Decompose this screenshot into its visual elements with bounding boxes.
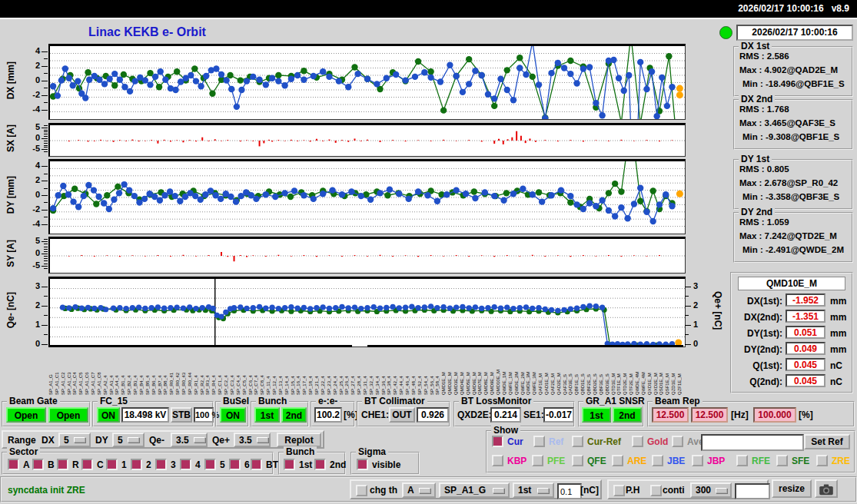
axis-tick xyxy=(44,258,48,259)
bunch-select-checkbox-2nd[interactable] xyxy=(314,459,326,470)
axis-tick-label: 1 xyxy=(20,320,40,329)
sector-checkbox-1[interactable] xyxy=(106,459,118,470)
bpm-select[interactable]: SP_A1_G xyxy=(439,482,510,498)
axis-tick-label: 2 xyxy=(20,300,40,310)
show-checkbox-rfe[interactable] xyxy=(736,455,748,466)
busel-on-button[interactable]: ON xyxy=(220,407,246,423)
sector-checkbox-b[interactable] xyxy=(32,459,44,470)
sector-checkbox-bt[interactable] xyxy=(251,459,262,470)
sector-checkbox-a[interactable] xyxy=(8,459,19,470)
replot-button[interactable]: Replot xyxy=(277,433,321,447)
show-label: QFE xyxy=(587,456,606,466)
ph-checkbox[interactable] xyxy=(613,485,625,496)
show-checkbox-jbp[interactable] xyxy=(692,455,703,466)
sector-checkbox-r[interactable] xyxy=(57,459,68,470)
show-checkbox-jbe[interactable] xyxy=(652,455,663,466)
bpm-label: SP_28_4 xyxy=(357,347,363,395)
beam-rep-value-3: 100.000 xyxy=(753,407,796,423)
monitor-row-unit: mm xyxy=(830,344,846,355)
range-dx-select[interactable]: 5 xyxy=(58,433,91,447)
show-checkbox-zre[interactable] xyxy=(816,455,828,466)
conti-input[interactable] xyxy=(735,483,770,499)
status-message: syncdata init ZRE xyxy=(8,485,85,496)
bpm-label: SP_A1_C1 xyxy=(55,347,61,395)
gr-2nd-button[interactable]: 2nd xyxy=(613,407,642,423)
show-label: JBP xyxy=(707,456,725,466)
bpm-label: QXD1E_M xyxy=(647,347,653,395)
bpm-label: SP_52_4 xyxy=(417,347,424,395)
sigma-checkbox-visible[interactable] xyxy=(357,459,368,470)
bpm-label: QBD2E_S xyxy=(593,347,599,395)
fc15-on-button[interactable]: ON xyxy=(97,407,120,423)
sector-checkbox-6[interactable] xyxy=(229,459,241,470)
conti-checkbox[interactable] xyxy=(650,485,662,496)
sector-checkbox-5[interactable] xyxy=(204,459,216,470)
monitor-row-unit: mm xyxy=(830,296,846,307)
dy-axis-title: DY [mm] xyxy=(3,159,18,231)
bunch-select-checkbox-1st[interactable] xyxy=(284,459,295,470)
sector-select[interactable]: A xyxy=(402,482,436,498)
show-checkbox-pfe[interactable] xyxy=(532,455,543,466)
range-qem-select[interactable]: 3.5 xyxy=(171,433,208,447)
interval-select[interactable]: 300 xyxy=(690,482,732,498)
range-panel: Range DX 5 DY 5 Qe- 3.5 Qe+ 3.5 Replot xyxy=(2,430,324,449)
stats-box-dx2: DX 2nd RMS : 1.768 Max : 3.465@QAF3E_S M… xyxy=(733,99,853,150)
show-checkbox-ave10[interactable] xyxy=(672,436,683,447)
axis-tick-label: 0 xyxy=(20,133,40,142)
range-qep-select[interactable]: 3.5 xyxy=(234,433,271,447)
show-checkbox-gold[interactable] xyxy=(632,436,643,447)
beam-rep-value-2: 12.500 xyxy=(691,407,728,423)
monitor-row-label: DY(1st): xyxy=(733,328,782,339)
bunch-1st-button[interactable]: 1st xyxy=(254,407,280,423)
range-dy-select[interactable]: 5 xyxy=(112,433,144,447)
bunch-2nd-button[interactable]: 2nd xyxy=(281,407,307,423)
show-label: JBE xyxy=(667,456,685,466)
bt-collimator-group: BT Collimator CHE1: OUT 0.926 xyxy=(357,401,450,427)
range-label: Range xyxy=(8,435,36,446)
show-checkbox-cur[interactable] xyxy=(492,436,503,447)
beam-gate-button-1[interactable]: Open xyxy=(6,407,46,423)
show-checkbox-sfe[interactable] xyxy=(776,455,788,466)
show-checkbox-qfe[interactable] xyxy=(572,455,583,466)
bpm-label: QMD3E_M xyxy=(453,347,460,395)
chg-th-checkbox[interactable] xyxy=(356,485,367,496)
sector-checkbox-4[interactable] xyxy=(180,459,191,470)
set-ref-input[interactable] xyxy=(701,434,804,451)
axis-tick xyxy=(42,306,48,307)
status-led xyxy=(719,26,732,39)
axis-tick xyxy=(42,325,48,326)
sigma-group: Sigma visible xyxy=(350,452,420,475)
axis-tick-label: 2 xyxy=(20,61,40,70)
axis-tick xyxy=(44,136,48,137)
resize-button[interactable]: resize xyxy=(772,479,812,498)
screenshot-button[interactable] xyxy=(815,479,838,498)
threshold-unit: [nC] xyxy=(580,485,599,496)
sector-checkbox-3[interactable] xyxy=(155,459,167,470)
sector-checkbox-2[interactable] xyxy=(131,459,142,470)
bpm-label: SP_14_4 xyxy=(284,347,291,395)
show-checkbox-curref[interactable] xyxy=(572,436,583,447)
sector-label: 1 xyxy=(121,459,127,470)
show-checkbox-ref[interactable] xyxy=(533,436,545,447)
axis-tick xyxy=(44,249,48,250)
sector-label: A xyxy=(23,459,30,470)
bpm-label: QMD9E_M xyxy=(490,347,496,395)
show-checkbox-kbp[interactable] xyxy=(492,455,503,466)
beam-gate-button-2[interactable]: Open xyxy=(48,407,88,423)
dx-axis-title: DX [mm] xyxy=(3,44,18,117)
set-ref-button[interactable]: Set Ref xyxy=(804,434,850,449)
axis-tick xyxy=(685,344,691,345)
bpm-label: SP_B6_4 xyxy=(151,347,158,395)
threshold-input[interactable] xyxy=(557,483,582,499)
axis-tick-label: 3 xyxy=(20,281,40,290)
sector-checkbox-c[interactable] xyxy=(81,459,93,470)
axis-tick xyxy=(44,147,48,148)
fc15-stb-indicator: STB xyxy=(171,407,192,423)
bpm-label: SP_22_4 xyxy=(321,347,327,395)
show-checkbox-are[interactable] xyxy=(612,455,623,466)
bunch-select[interactable]: 1st xyxy=(513,482,554,498)
axis-tick xyxy=(44,151,48,152)
qe-axis-title: Qe- [nC] xyxy=(3,277,18,344)
gr-1st-button[interactable]: 1st xyxy=(582,407,611,423)
bpm-label: SP_C1_4 xyxy=(218,347,224,395)
